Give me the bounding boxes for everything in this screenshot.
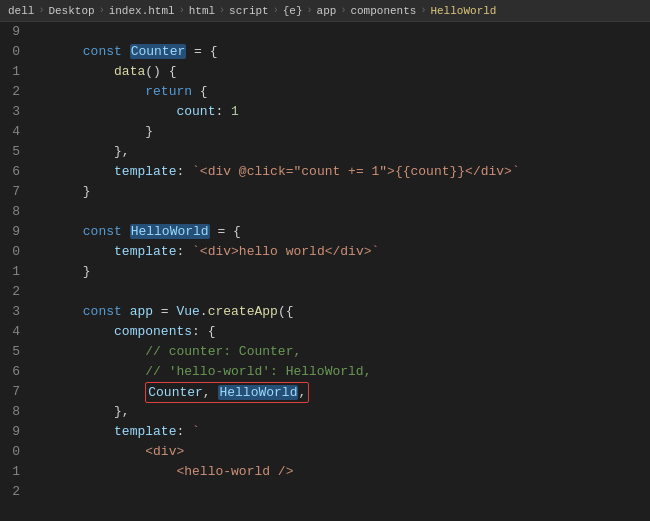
breadcrumb-helloworld[interactable]: HelloWorld — [430, 5, 496, 17]
code-line-8c: template: ` — [36, 402, 650, 422]
code-line-9: const Counter = { — [36, 22, 650, 42]
str-hello-world-tag: <hello-world /> — [176, 464, 293, 479]
editor-area: 9 0 1 2 3 4 5 6 7 8 9 0 1 2 3 4 5 6 7 8 … — [0, 22, 650, 521]
ln3a: 3 — [4, 102, 20, 122]
code-line-9c: <div> — [36, 422, 650, 442]
ln7a: 7 — [4, 182, 20, 202]
ln1a: 1 — [4, 62, 20, 82]
code-line-4b: // counter: Counter, — [36, 322, 650, 342]
ln8c: 8 — [4, 402, 20, 422]
ln3b: 3 — [4, 302, 20, 322]
sep3: › — [179, 5, 185, 16]
ln1b: 1 — [4, 262, 20, 282]
line-numbers: 9 0 1 2 3 4 5 6 7 8 9 0 1 2 3 4 5 6 7 8 … — [0, 22, 28, 521]
code-line-6b: Counter, HelloWorld, — [36, 362, 650, 382]
ln4b: 4 — [4, 322, 20, 342]
code-line-2a: count: 1 — [36, 82, 650, 102]
ln4a: 4 — [4, 122, 20, 142]
indent-0c — [83, 464, 177, 479]
code-line-0a: data() { — [36, 42, 650, 62]
ln1c: 1 — [4, 462, 20, 482]
code-line-7b: }, — [36, 382, 650, 402]
ln2a: 2 — [4, 82, 20, 102]
breadcrumb-bar: dell › Desktop › index.html › html › scr… — [0, 0, 650, 22]
ln6a: 6 — [4, 162, 20, 182]
breadcrumb-app[interactable]: app — [317, 5, 337, 17]
breadcrumb-desktop[interactable]: Desktop — [48, 5, 94, 17]
ln9b: 9 — [4, 222, 20, 242]
ln6b: 6 — [4, 362, 20, 382]
ln7b: 7 — [4, 382, 20, 402]
sep1: › — [38, 5, 44, 16]
ln9c: 9 — [4, 422, 20, 442]
code-line-6a: } — [36, 162, 650, 182]
sep2: › — [99, 5, 105, 16]
breadcrumb-index[interactable]: index.html — [109, 5, 175, 17]
code-line-8b: const HelloWorld = { — [36, 202, 650, 222]
sep6: › — [307, 5, 313, 16]
code-line-2b: const app = Vue.createApp({ — [36, 282, 650, 302]
ln2c: 2 — [4, 482, 20, 502]
code-line-3a: } — [36, 102, 650, 122]
code-line-1b — [36, 262, 650, 282]
sep5: › — [273, 5, 279, 16]
ln9: 9 — [4, 22, 20, 42]
ln5a: 5 — [4, 142, 20, 162]
code-line-0b: } — [36, 242, 650, 262]
ln0b: 0 — [4, 242, 20, 262]
code-line-1a: return { — [36, 62, 650, 82]
breadcrumb-script[interactable]: script — [229, 5, 269, 17]
code-line-3b: components: { — [36, 302, 650, 322]
ln0c: 0 — [4, 442, 20, 462]
breadcrumb-components[interactable]: components — [350, 5, 416, 17]
sep7: › — [340, 5, 346, 16]
ln0a: 0 — [4, 42, 20, 62]
code-line-4a: }, — [36, 122, 650, 142]
sep4: › — [219, 5, 225, 16]
breadcrumb-e[interactable]: {e} — [283, 5, 303, 17]
code-line-5a: template: `<div @click="count += 1">{{co… — [36, 142, 650, 162]
sep8: › — [420, 5, 426, 16]
code-line-0c: <hello-world /> — [36, 442, 650, 462]
ln8b: 8 — [4, 202, 20, 222]
code-line-5b: // 'hello-world': HelloWorld, — [36, 342, 650, 362]
breadcrumb-dell[interactable]: dell — [8, 5, 34, 17]
breadcrumb-html[interactable]: html — [189, 5, 215, 17]
code-line-9b: template: `<div>hello world</div>` — [36, 222, 650, 242]
code-line-7a — [36, 182, 650, 202]
code-content: const Counter = { data() { return { coun… — [28, 22, 650, 521]
ln2b: 2 — [4, 282, 20, 302]
ln5b: 5 — [4, 342, 20, 362]
